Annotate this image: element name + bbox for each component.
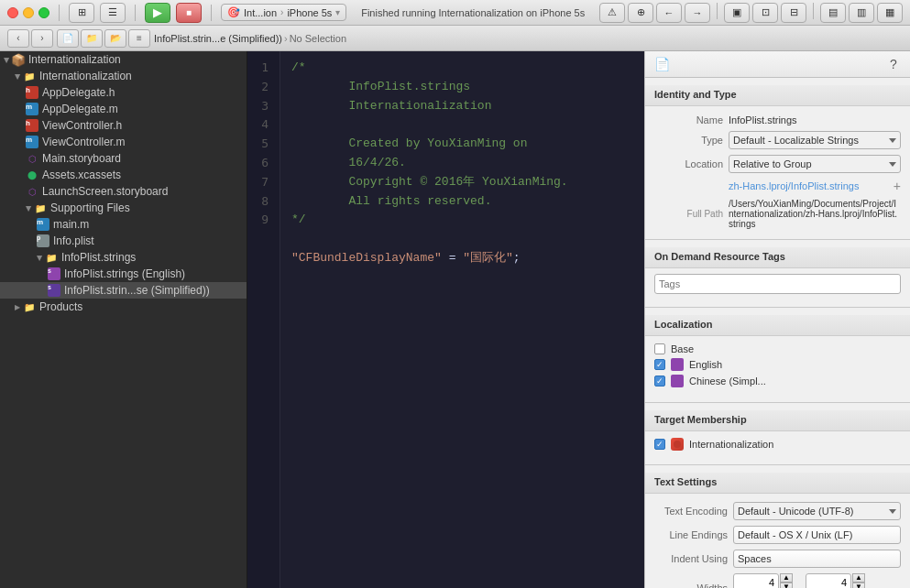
text-settings-content: Text Encoding Default - Unicode (UTF-8) … — [645, 494, 910, 588]
sidebar-group[interactable]: ▶ 📁 Internationalization — [0, 68, 247, 84]
hierarchy-btn[interactable]: ≡ — [128, 29, 150, 48]
sidebar: ▶ 📦 Internationalization ▶ 📁 Internation… — [0, 51, 247, 588]
sidebar-item-infoplist-strings-group[interactable]: ▶ 📁 InfoPlist.strings — [0, 249, 247, 266]
nav-back-btn[interactable]: ← — [656, 3, 682, 23]
run-button[interactable]: ▶ — [145, 3, 170, 23]
git-btn[interactable]: ⊕ — [628, 3, 653, 23]
navigator-toggle-btn[interactable]: ▤ — [820, 3, 846, 23]
line-endings-row: Line Endings Default - OS X / Unix (LF) — [654, 523, 901, 547]
location-select[interactable]: Relative to Group — [729, 155, 901, 173]
english-checkbox[interactable] — [654, 359, 665, 370]
encoding-select[interactable]: Default - Unicode (UTF-8) — [733, 502, 901, 520]
m-file-icon-2: m — [26, 136, 38, 148]
indent-stepper-up[interactable]: ▲ — [852, 573, 865, 583]
sidebar-label-appdelegate-h: AppDelegate.h — [42, 86, 115, 99]
sidebar-item-main-storyboard[interactable]: ⬡ Main.storyboard — [0, 150, 247, 167]
sidebar-item-main-m[interactable]: m main.m — [0, 216, 247, 233]
warnings-btn[interactable]: ⚠ — [599, 3, 625, 23]
tags-input[interactable] — [654, 274, 901, 294]
on-demand-section: On Demand Resource Tags — [645, 240, 910, 308]
code-content[interactable]: /* InfoPlist.strings Internationalizatio… — [280, 51, 644, 588]
toolbar-divider-4 — [717, 3, 718, 19]
file-btn[interactable]: 📄 — [57, 29, 79, 48]
editor-layout-btn[interactable]: ⊞ — [69, 3, 94, 23]
sidebar-label-launchscreen: LaunchScreen.storyboard — [42, 185, 168, 198]
products-triangle-icon: ▶ — [15, 303, 20, 311]
status-text: Finished running Internationalization on… — [352, 7, 594, 18]
inspector-toggle-btn[interactable]: ▦ — [877, 3, 903, 23]
single-editor-btn[interactable]: ▣ — [724, 3, 750, 23]
storyboard-icon-1: ⬡ — [26, 152, 38, 165]
folder-btn[interactable]: 📁 — [81, 29, 103, 48]
encoding-row: Text Encoding Default - Unicode (UTF-8) — [654, 499, 901, 523]
triangle-icon: ▶ — [3, 57, 11, 62]
sidebar-item-appdelegate-m[interactable]: m AppDelegate.m — [0, 101, 247, 117]
sidebar-item-info-plist[interactable]: p Info.plist — [0, 233, 247, 249]
add-location-btn[interactable]: + — [894, 179, 901, 193]
tab-width-input[interactable] — [733, 573, 779, 588]
on-demand-title: On Demand Resource Tags — [645, 247, 910, 268]
sidebar-item-infoplist-simplified[interactable]: s InfoPlist.strin...se (Simplified)) — [0, 282, 247, 299]
fullpath-row: Full Path /Users/YouXianMing/Documents/P… — [645, 196, 910, 232]
group-btn[interactable]: 📂 — [104, 29, 126, 48]
scheme-selector[interactable]: 🎯 Int...ion › iPhone 5s ▾ — [221, 4, 346, 21]
identity-type-title: Identity and Type — [645, 85, 910, 106]
sidebar-item-supporting-files[interactable]: ▶ 📁 Supporting Files — [0, 200, 247, 216]
maximize-button[interactable] — [38, 7, 49, 18]
target-items: Internationalization — [645, 431, 910, 457]
tab-input-row: ▲ ▼ — [733, 573, 793, 588]
indent-width-input[interactable] — [806, 573, 851, 588]
code-editor[interactable]: 1 2 3 4 5 6 7 8 9 /* InfoPlist.strings I… — [247, 51, 644, 588]
close-button[interactable] — [7, 7, 18, 18]
indent-using-row: Indent Using Spaces — [654, 547, 901, 571]
nav-prev-btn[interactable]: ‹ — [7, 29, 29, 48]
help-icon[interactable]: ? — [884, 55, 903, 73]
sidebar-item-viewcontroller-h[interactable]: h ViewController.h — [0, 117, 247, 134]
title-bar: ⊞ ☰ ▶ ■ 🎯 Int...ion › iPhone 5s ▾ Finish… — [0, 0, 910, 26]
sidebar-item-products[interactable]: ▶ 📁 Products — [0, 299, 247, 315]
sidebar-item-launchscreen[interactable]: ⬡ LaunchScreen.storyboard — [0, 183, 247, 200]
sidebar-item-assets[interactable]: ⬤ Assets.xcassets — [0, 167, 247, 183]
indent-using-select[interactable]: Spaces — [733, 550, 901, 568]
toolbar-divider-5 — [813, 3, 814, 19]
sidebar-item-viewcontroller-m[interactable]: m ViewController.m — [0, 134, 247, 150]
sidebar-root[interactable]: ▶ 📦 Internationalization — [0, 51, 247, 68]
view-btn[interactable]: ☰ — [100, 3, 126, 23]
sidebar-item-appdelegate-h[interactable]: h AppDelegate.h — [0, 84, 247, 101]
chinese-checkbox[interactable] — [654, 376, 665, 387]
tab-width-group: ▲ ▼ Tab — [733, 573, 793, 588]
stop-button[interactable]: ■ — [176, 3, 202, 23]
toolbar-right: ⚠ ⊕ ← → ▣ ⊡ ⊟ ▤ ▥ ▦ — [599, 3, 903, 23]
xcassets-icon: ⬤ — [26, 169, 38, 181]
sidebar-item-infoplist-english[interactable]: s InfoPlist.strings (English) — [0, 266, 247, 282]
version-editor-btn[interactable]: ⊟ — [781, 3, 806, 23]
sidebar-label-assets: Assets.xcassets — [42, 169, 121, 181]
nav-forward-btn[interactable]: → — [685, 3, 710, 23]
tab-stepper-down[interactable]: ▼ — [780, 583, 793, 588]
indent-input-row: ▲ ▼ — [806, 573, 865, 588]
base-checkbox[interactable] — [654, 343, 665, 354]
line-endings-select[interactable]: Default - OS X / Unix (LF) — [733, 526, 901, 544]
name-value: InfoPlist.strings — [729, 114, 901, 125]
debug-toggle-btn[interactable]: ▥ — [849, 3, 874, 23]
file-inspector-icon[interactable]: 📄 — [652, 55, 671, 73]
sidebar-label-info-plist: Info.plist — [53, 234, 94, 247]
fullpath-value: /Users/YouXianMing/Documents/Project/Int… — [729, 199, 901, 229]
tab-stepper-up[interactable]: ▲ — [780, 573, 793, 583]
right-panel: 📄 ? Identity and Type Name InfoPlist.str… — [644, 51, 910, 588]
sidebar-label-english: InfoPlist.strings (English) — [64, 267, 185, 280]
location-row: Location Relative to Group — [645, 152, 910, 176]
minimize-button[interactable] — [23, 7, 34, 18]
tab-stepper: ▲ ▼ — [780, 573, 793, 588]
breadcrumb-file[interactable]: InfoPlist.strin...e (Simplified)) — [154, 33, 282, 44]
line-numbers: 1 2 3 4 5 6 7 8 9 — [247, 51, 280, 588]
target-checkbox[interactable] — [654, 439, 665, 450]
assistant-editor-btn[interactable]: ⊡ — [752, 3, 778, 23]
sidebar-label-infoplist-strings: InfoPlist.strings — [61, 251, 136, 264]
indent-using-label: Indent Using — [654, 553, 728, 564]
indent-stepper-down[interactable]: ▼ — [852, 583, 865, 588]
h-file-icon: h — [26, 86, 38, 99]
indent-width-group: ▲ ▼ Indent — [806, 573, 865, 588]
type-select[interactable]: Default - Localizable Strings — [729, 131, 901, 149]
nav-next-btn[interactable]: › — [31, 29, 53, 48]
